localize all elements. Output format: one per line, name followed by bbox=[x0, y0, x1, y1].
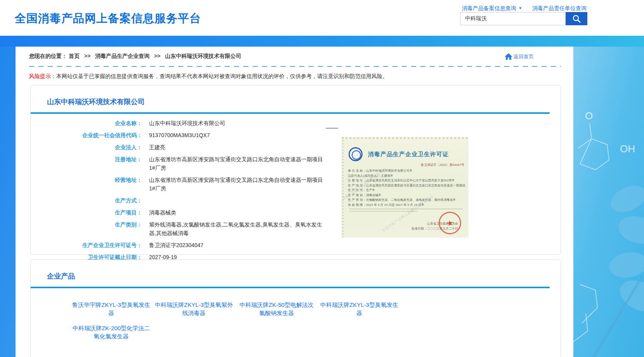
field-row-production-mode: 生产方式： bbox=[31, 196, 561, 205]
site-title: 全国消毒产品网上备案信息服务平台 bbox=[15, 11, 201, 26]
nav-record-info-query-label: 消毒产品备案信息查询 bbox=[462, 5, 516, 11]
search-button[interactable] bbox=[566, 12, 587, 25]
product-link[interactable]: 中科瑞沃牌ZKYL-3型臭氧发生器 bbox=[319, 301, 399, 317]
product-link[interactable]: 中科瑞沃牌ZKYL-3型臭氧紫外线消毒器 bbox=[154, 301, 234, 317]
certificate-line: 生 产 地 址：山东省潍坊市高新区潍安路与宝通街交叉路口东北角自动变速器一期项目… bbox=[348, 183, 465, 188]
field-label: 企业统一社会信用代码： bbox=[31, 131, 142, 139]
certificate-line: 生 产 方 式：生产※ bbox=[348, 188, 465, 193]
field-value: 紫外线消毒器,次氯酸钠发生器,二氧化氯发生器,臭氧发生器、臭氧水发生器,其他器械… bbox=[149, 220, 328, 237]
page: O OH 全国消毒产品网上备案信息服务平台 消毒产品备案信息查询▼ 消毒产品责任… bbox=[0, 0, 644, 357]
risk-notice: 风险提示：本网站仅基于已掌握的信息提供查询服务，查询结果不代表本网站对被查询对象… bbox=[29, 73, 561, 80]
company-fields: 企业名称： 山东中科瑞沃环境技术有限公司 企业统一社会信用代码： 9137070… bbox=[31, 119, 561, 261]
company-card-title: 山东中科瑞沃环境技术有限公司 bbox=[47, 97, 561, 106]
products-card-title: 企业产品 bbox=[47, 272, 561, 281]
company-info-card: 山东中科瑞沃环境技术有限公司 企业名称： 山东中科瑞沃环境技术有限公司 企业统一… bbox=[30, 85, 561, 255]
top-nav: 消毒产品备案信息查询▼ 消毒产品责任单位查询 bbox=[453, 5, 587, 12]
field-value: 鲁卫消证字202304047 bbox=[149, 241, 203, 249]
product-link[interactable]: 中科瑞沃牌ZK-50型电解法次氯酸钠发生器 bbox=[237, 301, 316, 317]
certificate-line-label: 有 效 期 限： bbox=[348, 203, 366, 207]
certificate-lines: 单 位 名 称：山东中科瑞沃环境技术有限公司※ 法定代表人(或负责人)：王建亮※… bbox=[348, 169, 465, 207]
field-row-production-project: 生产项目： 消毒器械类 bbox=[31, 208, 561, 217]
certificate-line-label: 单 位 名 称： bbox=[348, 169, 366, 172]
nav-responsible-unit-query[interactable]: 消毒产品责任单位查询 bbox=[532, 5, 587, 11]
chevron-down-icon: ▼ bbox=[519, 6, 522, 10]
field-row-production-category: 生产类别： 紫外线消毒器,次氯酸钠发生器,二氧化氯发生器,臭氧发生器、臭氧水发生… bbox=[31, 220, 561, 237]
svg-text:O: O bbox=[585, 110, 593, 122]
search-input[interactable] bbox=[460, 12, 566, 25]
home-icon bbox=[504, 53, 513, 60]
company-products-card: 企业产品 鲁沃华宇牌ZKYL-3型臭氧发生器 中科瑞沃牌ZKYL-3型臭氧紫外线… bbox=[30, 259, 561, 357]
back-home-label: 返回首页 bbox=[514, 53, 534, 60]
card-title-rule bbox=[31, 287, 550, 288]
certificate-line: 单 位 名 称：山东中科瑞沃环境技术有限公司※ bbox=[348, 169, 465, 174]
certificate-perforation bbox=[342, 137, 344, 237]
field-row-license-number: 生产企业卫生许可证号： 鲁卫消证字202304047 bbox=[31, 241, 561, 249]
field-value: 91370700MA3M3U1QX7 bbox=[149, 131, 210, 139]
certificate-line: 生 产 类 别：次氯酸钠发生器、二氧化氯发生器、臭氧发生器、紫外线消毒器※ bbox=[348, 198, 465, 203]
search-icon bbox=[572, 14, 581, 23]
field-row-credit-code: 企业统一社会信用代码： 91370700MA3M3U1QX7 bbox=[31, 131, 561, 139]
product-link[interactable]: 中科瑞沃牌ZK-200型化学法二氧化氯发生器 bbox=[71, 324, 151, 340]
field-value: 消毒器械类 bbox=[149, 208, 176, 217]
field-row-business-address: 经营地址： 山东省潍坊市高新区潍安路与宝通街交叉路口东北角自动变速器一期项目1#… bbox=[31, 176, 561, 193]
certificate-scan-artifact bbox=[326, 128, 338, 129]
seal-star: ★ bbox=[446, 218, 454, 228]
certificate-deckle-edge bbox=[342, 137, 468, 139]
product-link[interactable]: 鲁沃华宇牌ZKYL-3型臭氧发生器 bbox=[71, 301, 151, 317]
certificate-line-label: 生 产 地 址： bbox=[348, 184, 366, 187]
red-seal-icon: ★ bbox=[437, 210, 463, 236]
breadcrumb-current-page: 山东中科瑞沃环境技术有限公司 bbox=[165, 53, 241, 59]
chemistry-decor-icon: O OH bbox=[570, 36, 644, 357]
field-value: 山东省潍坊市高新区潍安路与宝通街交叉路口东北角自动变速器一期项目1#厂房 bbox=[149, 155, 328, 172]
license-certificate-image: 全国消毒产品网上备案信息服务平台 全国消毒产品网上备案信息服务平台 消毒产品生产… bbox=[342, 137, 468, 237]
svg-text:OH: OH bbox=[620, 143, 635, 155]
certificate-line-label: 生 产 类 别： bbox=[348, 198, 366, 202]
back-home-link[interactable]: 返回首页 bbox=[504, 53, 534, 60]
certificate-line-value: 王建亮※ bbox=[381, 174, 393, 178]
search-bar bbox=[460, 12, 587, 25]
field-row-legal-person: 企业法人： 王建亮 bbox=[31, 143, 561, 152]
field-row-company-name: 企业名称： 山东中科瑞沃环境技术有限公司 bbox=[31, 119, 561, 127]
field-label: 生产方式： bbox=[31, 196, 142, 205]
certificate-line-label: 法定代表人(或负责人)： bbox=[348, 174, 381, 178]
certificate-line-label: 生 产 方 式： bbox=[348, 188, 366, 192]
field-label: 生产项目： bbox=[31, 208, 142, 217]
field-value: 山东省潍坊市高新区潍安路与宝通街交叉路口东北角自动变速器一期项目1#厂房 bbox=[149, 176, 328, 193]
breadcrumb-separator: >> bbox=[154, 53, 160, 59]
certificate-fine-print bbox=[349, 209, 463, 212]
certificate-line-value: 消毒器械※ bbox=[366, 193, 381, 197]
certificate-line-value: 山东省潍坊市高新区潍安路与宝通街交叉路口东北角自动变速器一期项目1#厂房 bbox=[366, 184, 465, 187]
breadcrumb-prefix: 您现在的位置： bbox=[29, 53, 67, 59]
content-panel: 您现在的位置： 首页 >> 消毒产品生产企业查询 >> 山东中科瑞沃环境技术有限… bbox=[16, 47, 573, 357]
certificate-emblem-icon bbox=[349, 147, 363, 161]
product-list: 鲁沃华宇牌ZKYL-3型臭氧发生器 中科瑞沃牌ZKYL-3型臭氧紫外线消毒器 中… bbox=[71, 301, 421, 347]
breadcrumb-company-query-link[interactable]: 消毒产品生产企业查询 bbox=[95, 53, 149, 59]
breadcrumb-separator: >> bbox=[84, 53, 90, 59]
certificate-line: 注 册 地 址：山东省潍坊高新区玉清东街以北中心次干道以西高新大厦902室※ bbox=[348, 178, 465, 183]
certificate-line-value: 山东中科瑞沃环境技术有限公司※ bbox=[366, 169, 412, 172]
certificate-line-label: 注 册 地 址： bbox=[348, 179, 366, 182]
certificate-title: 消毒产品生产企业卫生许可证 bbox=[368, 151, 449, 158]
field-value: 王建亮 bbox=[149, 143, 165, 152]
risk-notice-text: 本网站仅基于已掌握的信息提供查询服务，查询结果不代表本网站对被查询对象信用状况的… bbox=[56, 73, 388, 79]
nav-record-info-query[interactable]: 消毒产品备案信息查询▼ bbox=[462, 5, 522, 11]
certificate-line-value: 2023 年 9 月 20 日至 2027 年 9 月 19 日※ bbox=[366, 203, 424, 207]
certificate-line-value: 生产※ bbox=[366, 188, 375, 192]
field-label: 企业名称： bbox=[31, 119, 142, 127]
certificate-line-value: 山东省潍坊高新区玉清东街以北中心次干道以西高新大厦902室※ bbox=[366, 179, 455, 182]
certificate-line: 生 产 项 目：消毒器械※ bbox=[348, 193, 465, 198]
field-row-registered-address: 注册地址： 山东省潍坊市高新区潍安路与宝通街交叉路口东北角自动变速器一期项目1#… bbox=[31, 155, 561, 172]
certificate-line: 有 效 期 限：2023 年 9 月 20 日至 2027 年 9 月 19 日… bbox=[348, 203, 465, 208]
header-band bbox=[0, 36, 644, 47]
certificate-line-value: 次氯酸钠发生器、二氧化氯发生器、臭氧发生器、紫外线消毒器※ bbox=[366, 198, 456, 202]
breadcrumb-home-link[interactable]: 首页 bbox=[69, 53, 80, 59]
site-header: 全国消毒产品网上备案信息服务平台 消毒产品备案信息查询▼ 消毒产品责任单位查询 bbox=[0, 0, 644, 36]
certificate-line-label: 生 产 项 目： bbox=[348, 193, 366, 197]
risk-notice-label: 风险提示： bbox=[29, 73, 56, 79]
certificate-number: 鲁卫消证字〔2023〕第04047号 bbox=[342, 163, 464, 167]
field-label: 注册地址： bbox=[31, 155, 142, 172]
field-label: 生产类别： bbox=[31, 220, 142, 237]
dashed-divider bbox=[29, 66, 561, 67]
field-label: 经营地址： bbox=[31, 176, 142, 193]
field-label: 企业法人： bbox=[31, 143, 142, 152]
